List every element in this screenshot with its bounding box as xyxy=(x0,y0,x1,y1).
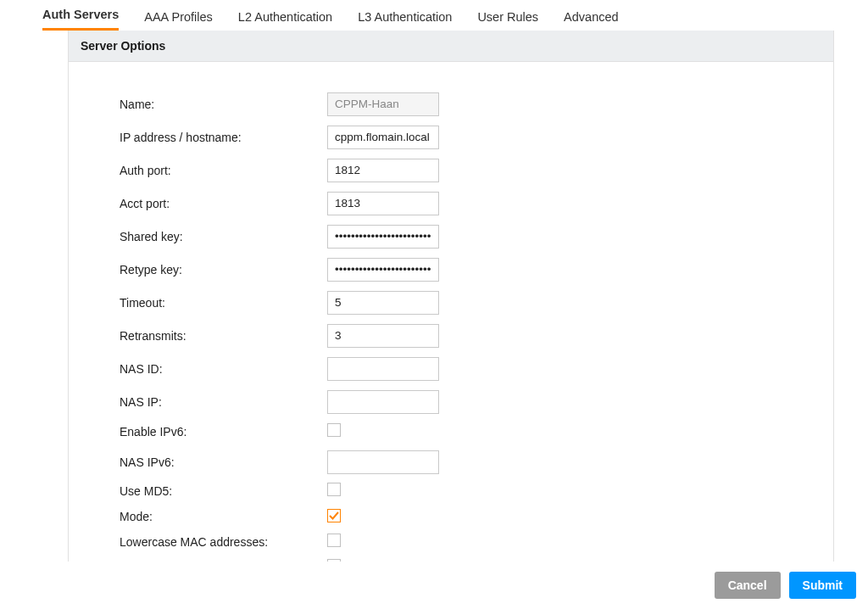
use-ip-cid-checkbox[interactable] xyxy=(327,559,341,562)
nas-id-label: NAS ID: xyxy=(120,362,327,376)
use-md5-label: Use MD5: xyxy=(120,484,327,498)
submit-button[interactable]: Submit xyxy=(789,572,856,599)
hostname-label: IP address / hostname: xyxy=(120,131,327,144)
retransmits-field[interactable] xyxy=(327,324,439,348)
name-field xyxy=(327,92,439,116)
tab-l2-auth[interactable]: L2 Authentication xyxy=(238,10,332,31)
retransmits-label: Retransmits: xyxy=(120,329,327,343)
config-tabs: Auth Servers AAA Profiles L2 Authenticat… xyxy=(0,3,868,31)
cancel-button[interactable]: Cancel xyxy=(715,572,781,599)
retype-key-label: Retype key: xyxy=(120,263,327,277)
shared-key-label: Shared key: xyxy=(120,230,327,243)
use-ip-cid-label: Use IP address for calling station ID: xyxy=(120,561,348,562)
hostname-field[interactable] xyxy=(327,126,439,149)
auth-port-label: Auth port: xyxy=(120,164,327,177)
server-options-form: Name: IP address / hostname: Auth port: … xyxy=(69,62,833,562)
server-options-panel: Server Options Name: IP address / hostna… xyxy=(68,31,834,562)
mode-label: Mode: xyxy=(120,510,327,523)
use-md5-checkbox[interactable] xyxy=(327,483,341,496)
timeout-field[interactable] xyxy=(327,291,439,315)
acct-port-field[interactable] xyxy=(327,192,439,215)
timeout-label: Timeout: xyxy=(120,296,327,310)
tab-advanced[interactable]: Advanced xyxy=(564,10,619,31)
mode-checkbox[interactable] xyxy=(327,509,341,522)
acct-port-label: Acct port: xyxy=(120,197,327,210)
tab-aaa-profiles[interactable]: AAA Profiles xyxy=(144,10,213,31)
enable-ipv6-label: Enable IPv6: xyxy=(120,425,327,439)
tab-user-rules[interactable]: User Rules xyxy=(477,10,538,31)
shared-key-field[interactable] xyxy=(327,225,439,249)
name-label: Name: xyxy=(120,98,327,111)
tab-auth-servers[interactable]: Auth Servers xyxy=(42,8,119,31)
panel-title: Server Options xyxy=(69,31,833,62)
tab-l3-auth[interactable]: L3 Authentication xyxy=(358,10,452,31)
lowercase-mac-checkbox[interactable] xyxy=(327,534,341,547)
enable-ipv6-checkbox[interactable] xyxy=(327,423,341,437)
form-footer: Cancel Submit xyxy=(715,572,856,599)
nas-ipv6-field[interactable] xyxy=(327,450,439,474)
nas-ipv6-label: NAS IPv6: xyxy=(120,455,327,469)
nas-ip-field[interactable] xyxy=(327,390,439,414)
nas-id-field[interactable] xyxy=(327,357,439,381)
retype-key-field[interactable] xyxy=(327,258,439,282)
nas-ip-label: NAS IP: xyxy=(120,395,327,409)
auth-port-field[interactable] xyxy=(327,159,439,182)
lowercase-mac-label: Lowercase MAC addresses: xyxy=(120,535,327,549)
